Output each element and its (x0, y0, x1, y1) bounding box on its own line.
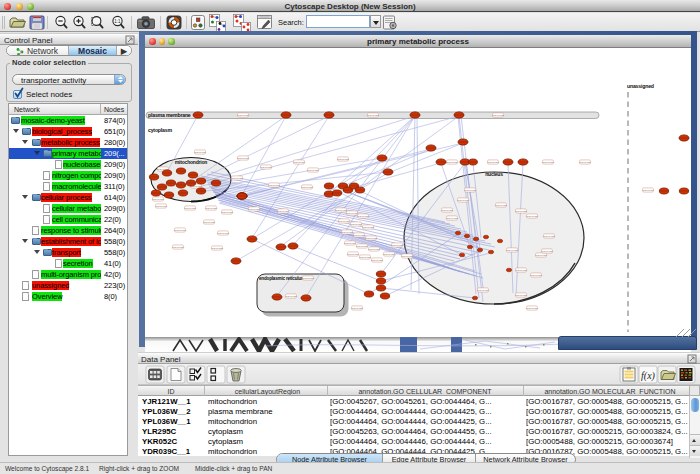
svg-text:nucleus: nucleus (485, 171, 503, 177)
svg-text:cytoplasm: cytoplasm (148, 127, 172, 133)
svg-text:plasma membrane: plasma membrane (148, 112, 191, 118)
svg-text:mitochondrion: mitochondrion (175, 159, 208, 165)
svg-text:1:1: 1:1 (114, 19, 121, 24)
svg-text:endoplasmic reticulum: endoplasmic reticulum (259, 276, 305, 281)
svg-text:f(x): f(x) (641, 370, 656, 382)
svg-text:unassigned: unassigned (627, 83, 654, 89)
